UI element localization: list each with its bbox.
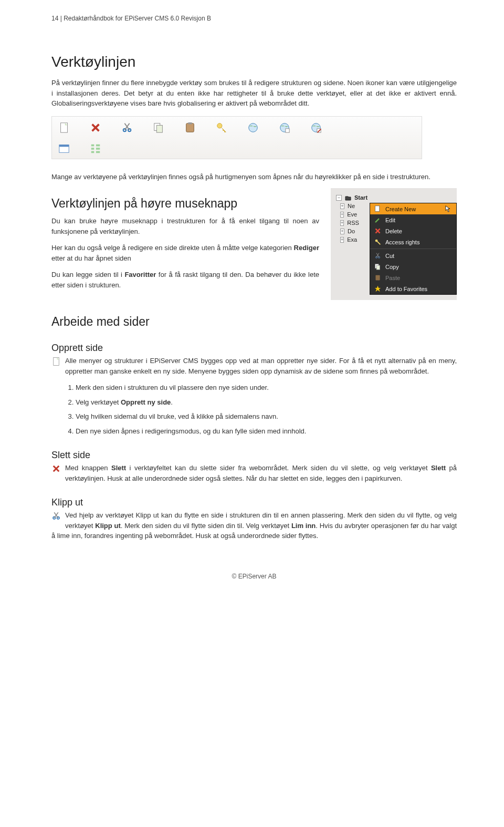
cut-icon: [51, 511, 61, 521]
svg-rect-18: [91, 151, 94, 153]
h3-cut: Klipp ut: [51, 497, 457, 508]
new-page-icon: [374, 205, 381, 212]
tree-root: Start: [354, 194, 368, 201]
cut-icon: [374, 252, 381, 259]
tree-item: Do: [348, 228, 355, 234]
delete-icon: [90, 122, 101, 133]
cursor-icon: [445, 205, 452, 212]
ctx-edit[interactable]: Edit: [370, 214, 456, 225]
ctx-cut[interactable]: Cut: [370, 250, 456, 261]
paste-icon: [184, 122, 196, 133]
svg-rect-7: [188, 122, 192, 124]
svg-rect-15: [59, 144, 69, 147]
p-cut: Ved hjelp av verktøyet Klipp ut kan du f…: [51, 510, 457, 541]
h1-toolbar: Verktøylinjen: [51, 54, 457, 70]
step-4: Den nye siden åpnes i redigeringsmodus, …: [76, 426, 457, 437]
ctx-copy[interactable]: Copy: [370, 261, 456, 272]
h3-create: Opprett side: [51, 343, 457, 354]
copy-icon: [374, 263, 381, 270]
step-1: Merk den siden i strukturen du vil plass…: [76, 383, 457, 393]
svg-rect-11: [286, 128, 289, 132]
ctx-delete[interactable]: Delete: [370, 225, 456, 236]
permissions-icon: [216, 122, 227, 133]
delete-icon: [51, 464, 61, 473]
svg-rect-21: [96, 151, 100, 153]
svg-rect-20: [96, 148, 100, 150]
svg-point-9: [249, 123, 258, 132]
p-create: Alle menyer og strukturer i EPiServer CM…: [51, 356, 457, 376]
tree-item: RSS: [347, 220, 359, 226]
context-menu: Create New Edit Delete Access rights: [370, 203, 457, 295]
p-toolbar-note: Mange av verktøyene på verktøylinjen fin…: [51, 172, 457, 182]
svg-rect-6: [186, 123, 194, 132]
tree-item: Ne: [348, 203, 355, 209]
svg-rect-28: [375, 275, 380, 281]
ctx-create-new[interactable]: Create New: [370, 203, 456, 214]
key-icon: [374, 239, 381, 245]
step-3: Velg hvilken sidemal du vil bruke, ved å…: [76, 411, 457, 422]
star-icon: [374, 285, 381, 292]
svg-rect-16: [91, 144, 94, 146]
p-rc-3: Du kan legge siden til i Favoritter for …: [51, 270, 319, 290]
page-header: 14 | Redaktørhåndbok for EPiServer CMS 6…: [51, 15, 457, 22]
ctx-paste: Paste: [370, 272, 456, 283]
favorite-list-icon: [58, 143, 70, 154]
p-delete: Med knappen Slett i verktøyfeltet kan du…: [51, 463, 457, 483]
ctx-favorites[interactable]: Add to Favorites: [370, 283, 456, 294]
step-2: Velg verktøyet Opprett ny side.: [76, 397, 457, 408]
cut-icon: [121, 122, 133, 133]
toolbar-figure: [51, 116, 422, 159]
p-toolbar-intro: På verktøylinjen finner du flere innebyg…: [51, 78, 457, 109]
ctx-access[interactable]: Access rights: [370, 236, 456, 247]
tree-view-icon: [90, 143, 101, 154]
svg-rect-19: [96, 144, 100, 146]
new-page-icon: [51, 357, 61, 366]
svg-rect-5: [156, 125, 162, 132]
edit-icon: [374, 216, 381, 223]
h3-delete: Slett side: [51, 450, 457, 461]
footer: © EPiServer AB: [51, 573, 457, 580]
context-menu-figure: − Start +Ne +Eve +RSS +Do +Exa Create Ne…: [331, 188, 457, 300]
new-page-icon: [58, 122, 70, 133]
tree-item: Exa: [347, 236, 357, 243]
svg-rect-17: [91, 148, 94, 150]
delete-icon: [374, 228, 381, 234]
h2-work-pages: Arbeide med sider: [51, 315, 457, 329]
create-steps: Merk den siden i strukturen du vil plass…: [51, 383, 457, 436]
p-rc-2: Her kan du også velge å redigere en side…: [51, 243, 319, 263]
svg-rect-22: [375, 206, 380, 212]
globe3-icon: [310, 122, 322, 133]
globe2-icon: [279, 122, 290, 133]
svg-rect-27: [376, 265, 380, 270]
paste-icon: [374, 274, 381, 281]
tree-item: Eve: [347, 211, 357, 218]
copy-icon: [153, 122, 164, 133]
p-rc-1: Du kan bruke høyre museknapp i trestrukt…: [51, 216, 319, 236]
globe1-icon: [247, 122, 259, 133]
